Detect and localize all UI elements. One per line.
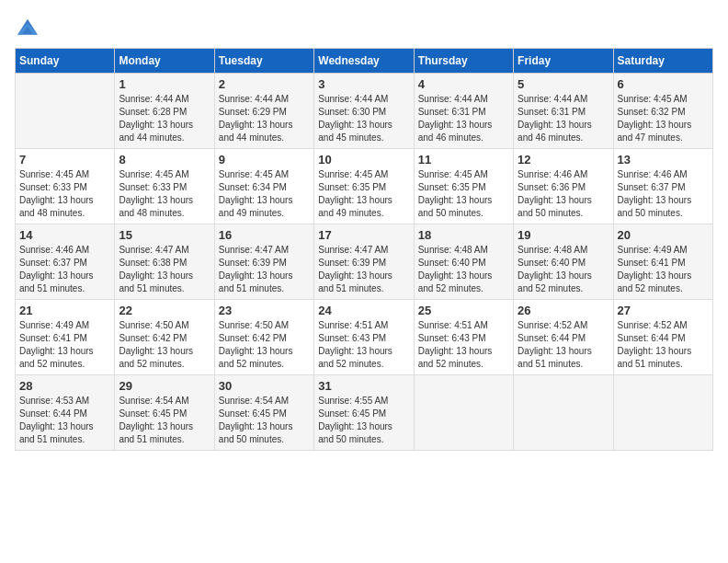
day-number: 20 (618, 228, 709, 242)
calendar-cell: 14Sunrise: 4:46 AM Sunset: 6:37 PM Dayli… (16, 224, 115, 300)
calendar-cell: 28Sunrise: 4:53 AM Sunset: 6:44 PM Dayli… (16, 375, 115, 451)
calendar-week-3: 14Sunrise: 4:46 AM Sunset: 6:37 PM Dayli… (16, 224, 713, 300)
day-info: Sunrise: 4:44 AM Sunset: 6:29 PM Dayligh… (219, 93, 310, 144)
day-number: 26 (518, 304, 609, 317)
calendar-cell: 10Sunrise: 4:45 AM Sunset: 6:35 PM Dayli… (314, 149, 414, 224)
calendar-cell: 4Sunrise: 4:44 AM Sunset: 6:31 PM Daylig… (414, 74, 513, 149)
page-header (15, 15, 713, 40)
day-number: 6 (618, 77, 709, 91)
calendar-cell: 13Sunrise: 4:46 AM Sunset: 6:37 PM Dayli… (613, 149, 712, 224)
calendar-cell (414, 375, 513, 451)
calendar-cell: 9Sunrise: 4:45 AM Sunset: 6:34 PM Daylig… (214, 149, 313, 224)
calendar-table: SundayMondayTuesdayWednesdayThursdayFrid… (15, 48, 713, 451)
day-number: 21 (19, 304, 110, 317)
day-info: Sunrise: 4:50 AM Sunset: 6:42 PM Dayligh… (119, 319, 210, 371)
calendar-cell: 19Sunrise: 4:48 AM Sunset: 6:40 PM Dayli… (514, 224, 613, 300)
day-info: Sunrise: 4:52 AM Sunset: 6:44 PM Dayligh… (518, 319, 609, 371)
day-number: 13 (618, 153, 709, 167)
calendar-cell (613, 375, 712, 451)
day-info: Sunrise: 4:46 AM Sunset: 6:37 PM Dayligh… (19, 244, 110, 295)
weekday-header-sunday: Sunday (16, 49, 115, 74)
day-number: 25 (418, 304, 509, 317)
calendar-cell: 1Sunrise: 4:44 AM Sunset: 6:28 PM Daylig… (115, 74, 214, 149)
day-info: Sunrise: 4:47 AM Sunset: 6:38 PM Dayligh… (119, 244, 210, 295)
calendar-cell: 12Sunrise: 4:46 AM Sunset: 6:36 PM Dayli… (514, 149, 613, 224)
calendar-cell: 11Sunrise: 4:45 AM Sunset: 6:35 PM Dayli… (414, 149, 513, 224)
day-number: 22 (119, 304, 210, 317)
calendar-cell: 5Sunrise: 4:44 AM Sunset: 6:31 PM Daylig… (514, 74, 613, 149)
calendar-week-5: 28Sunrise: 4:53 AM Sunset: 6:44 PM Dayli… (16, 375, 713, 451)
calendar-cell: 29Sunrise: 4:54 AM Sunset: 6:45 PM Dayli… (115, 375, 214, 451)
day-info: Sunrise: 4:45 AM Sunset: 6:33 PM Dayligh… (19, 168, 110, 220)
day-number: 1 (119, 77, 210, 91)
day-number: 8 (119, 153, 210, 167)
day-info: Sunrise: 4:54 AM Sunset: 6:45 PM Dayligh… (219, 395, 310, 446)
logo (15, 15, 42, 40)
calendar-week-4: 21Sunrise: 4:49 AM Sunset: 6:41 PM Dayli… (16, 300, 713, 375)
day-number: 12 (518, 153, 609, 167)
calendar-cell: 30Sunrise: 4:54 AM Sunset: 6:45 PM Dayli… (214, 375, 313, 451)
day-number: 2 (219, 77, 310, 91)
day-number: 5 (518, 77, 609, 91)
calendar-cell: 7Sunrise: 4:45 AM Sunset: 6:33 PM Daylig… (16, 149, 115, 224)
day-info: Sunrise: 4:55 AM Sunset: 6:45 PM Dayligh… (318, 395, 409, 446)
day-number: 23 (219, 304, 310, 317)
day-info: Sunrise: 4:48 AM Sunset: 6:40 PM Dayligh… (518, 244, 609, 295)
day-number: 9 (219, 153, 310, 167)
day-number: 3 (318, 77, 409, 91)
calendar-cell: 18Sunrise: 4:48 AM Sunset: 6:40 PM Dayli… (414, 224, 513, 300)
day-info: Sunrise: 4:51 AM Sunset: 6:43 PM Dayligh… (318, 319, 409, 371)
calendar-cell: 31Sunrise: 4:55 AM Sunset: 6:45 PM Dayli… (314, 375, 414, 451)
calendar-cell: 26Sunrise: 4:52 AM Sunset: 6:44 PM Dayli… (514, 300, 613, 375)
calendar-cell (16, 74, 115, 149)
calendar-cell: 16Sunrise: 4:47 AM Sunset: 6:39 PM Dayli… (214, 224, 313, 300)
calendar-cell: 8Sunrise: 4:45 AM Sunset: 6:33 PM Daylig… (115, 149, 214, 224)
day-info: Sunrise: 4:45 AM Sunset: 6:32 PM Dayligh… (618, 93, 709, 144)
day-info: Sunrise: 4:52 AM Sunset: 6:44 PM Dayligh… (618, 319, 709, 371)
calendar-week-1: 1Sunrise: 4:44 AM Sunset: 6:28 PM Daylig… (16, 74, 713, 149)
day-info: Sunrise: 4:44 AM Sunset: 6:30 PM Dayligh… (318, 93, 409, 144)
weekday-header-tuesday: Tuesday (214, 49, 313, 74)
day-info: Sunrise: 4:49 AM Sunset: 6:41 PM Dayligh… (19, 319, 110, 371)
day-info: Sunrise: 4:47 AM Sunset: 6:39 PM Dayligh… (219, 244, 310, 295)
day-info: Sunrise: 4:44 AM Sunset: 6:31 PM Dayligh… (418, 93, 509, 144)
day-number: 15 (119, 228, 210, 242)
weekday-header-wednesday: Wednesday (314, 49, 414, 74)
calendar-cell: 20Sunrise: 4:49 AM Sunset: 6:41 PM Dayli… (613, 224, 712, 300)
calendar-cell: 6Sunrise: 4:45 AM Sunset: 6:32 PM Daylig… (613, 74, 712, 149)
day-number: 16 (219, 228, 310, 242)
calendar-cell: 25Sunrise: 4:51 AM Sunset: 6:43 PM Dayli… (414, 300, 513, 375)
day-info: Sunrise: 4:45 AM Sunset: 6:34 PM Dayligh… (219, 168, 310, 220)
day-number: 7 (19, 153, 110, 167)
calendar-cell: 2Sunrise: 4:44 AM Sunset: 6:29 PM Daylig… (214, 74, 313, 149)
day-number: 18 (418, 228, 509, 242)
day-number: 4 (418, 77, 509, 91)
calendar-cell (514, 375, 613, 451)
calendar-cell: 23Sunrise: 4:50 AM Sunset: 6:42 PM Dayli… (214, 300, 313, 375)
calendar-cell: 21Sunrise: 4:49 AM Sunset: 6:41 PM Dayli… (16, 300, 115, 375)
weekday-header-thursday: Thursday (414, 49, 513, 74)
day-number: 19 (518, 228, 609, 242)
calendar-cell: 17Sunrise: 4:47 AM Sunset: 6:39 PM Dayli… (314, 224, 414, 300)
calendar-cell: 15Sunrise: 4:47 AM Sunset: 6:38 PM Dayli… (115, 224, 214, 300)
day-number: 14 (19, 228, 110, 242)
calendar-cell: 24Sunrise: 4:51 AM Sunset: 6:43 PM Dayli… (314, 300, 414, 375)
day-number: 27 (618, 304, 709, 317)
day-number: 24 (318, 304, 409, 317)
calendar-week-2: 7Sunrise: 4:45 AM Sunset: 6:33 PM Daylig… (16, 149, 713, 224)
day-info: Sunrise: 4:46 AM Sunset: 6:37 PM Dayligh… (618, 168, 709, 220)
day-info: Sunrise: 4:45 AM Sunset: 6:33 PM Dayligh… (119, 168, 210, 220)
day-info: Sunrise: 4:46 AM Sunset: 6:36 PM Dayligh… (518, 168, 609, 220)
weekday-header-saturday: Saturday (613, 49, 712, 74)
day-number: 29 (119, 379, 210, 393)
header-row: SundayMondayTuesdayWednesdayThursdayFrid… (16, 49, 713, 74)
day-info: Sunrise: 4:49 AM Sunset: 6:41 PM Dayligh… (618, 244, 709, 295)
day-number: 17 (318, 228, 409, 242)
day-info: Sunrise: 4:45 AM Sunset: 6:35 PM Dayligh… (418, 168, 509, 220)
day-info: Sunrise: 4:51 AM Sunset: 6:43 PM Dayligh… (418, 319, 509, 371)
day-info: Sunrise: 4:48 AM Sunset: 6:40 PM Dayligh… (418, 244, 509, 295)
day-info: Sunrise: 4:45 AM Sunset: 6:35 PM Dayligh… (318, 168, 409, 220)
day-info: Sunrise: 4:44 AM Sunset: 6:31 PM Dayligh… (518, 93, 609, 144)
weekday-header-monday: Monday (115, 49, 214, 74)
day-number: 11 (418, 153, 509, 167)
